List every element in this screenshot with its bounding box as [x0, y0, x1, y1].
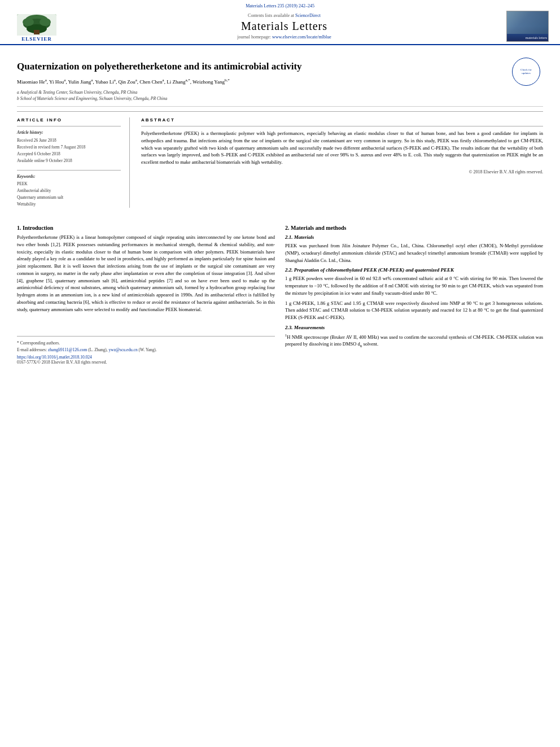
check-badge-icon: Check for updates: [512, 58, 540, 86]
check-badge-line2: updates: [522, 72, 530, 76]
intro-section-title: 1. Introduction: [17, 225, 275, 231]
homepage-url[interactable]: www.elsevier.com/locate/mlblue: [272, 34, 331, 40]
journal-homepage: journal homepage: www.elsevier.com/locat…: [68, 34, 501, 40]
elsevier-logo: ELSEVIER: [11, 11, 62, 42]
abstract-copyright: © 2018 Elsevier B.V. All rights reserved…: [141, 169, 543, 174]
abstract-text: Polyetheretherketone (PEEK) is a thermop…: [141, 130, 543, 166]
keywords-section: Keywords: PEEK Antibacterial ability Qua…: [17, 170, 121, 208]
body-right-column: 2. Materials and methods 2.1. Materials …: [285, 220, 543, 365]
materials-methods-title: 2. Materials and methods: [285, 225, 543, 231]
email1-link[interactable]: zhangli9111@126.com: [48, 347, 87, 352]
abstract-heading: ABSTRACT: [141, 117, 543, 123]
abstract-divider: [141, 126, 543, 126]
journal-banner: Materials Letters 235 (2019) 242–245: [0, 0, 560, 45]
keywords-label: Keywords:: [17, 174, 121, 179]
keywords-divider: [17, 170, 121, 171]
journal-title: Materials Letters: [68, 20, 501, 33]
subsection-22-para2: 1 g CM-PEEK, 1.86 g STAC and 1.95 g CTMA…: [285, 300, 543, 321]
svg-rect-4: [34, 30, 40, 34]
cover-title: materials letters: [508, 36, 547, 40]
cover-image-decoration: [507, 11, 548, 34]
journal-citation: Materials Letters 235 (2019) 242–245: [11, 3, 549, 8]
keyword-wettability: Wettability: [17, 201, 121, 208]
article-title-section: Quaternization on polyetheretherketone a…: [17, 52, 543, 107]
keyword-peek: PEEK: [17, 181, 121, 187]
divider: [17, 126, 121, 126]
subsection-23-text: 1H NMR spectroscope (Bruker AV II, 400 M…: [285, 333, 543, 350]
body-content: 1. Introduction Polyetheretherketone (PE…: [17, 213, 543, 365]
intro-paragraph: Polyetheretherketone (PEEK) is a linear …: [17, 234, 275, 313]
subsection-23-title: 2.3. Measurements: [285, 325, 543, 330]
subsection-22-para1: 1 g PEEK powders were dissolved in 60 ml…: [285, 275, 543, 296]
svg-point-6: [40, 18, 51, 26]
footer-copyright: 0167-577X/© 2018 Elsevier B.V. All right…: [17, 360, 275, 365]
affiliation-a: a Analytical & Testing Center, Sichuan U…: [17, 89, 506, 95]
authors-line: Miaomiao Hea, Yi Houa, Yulin Jianga, Yub…: [17, 77, 506, 86]
keyword-antibacterial: Antibacterial ability: [17, 187, 121, 194]
email2-link[interactable]: ywz@scu.edu.cn: [109, 347, 138, 352]
sciencedirect-line: Contents lists available at ScienceDirec…: [68, 13, 501, 18]
journal-header-row: ELSEVIER Contents lists available at Sci…: [11, 11, 549, 44]
email-addresses: E-mail addresses: zhangli9111@126.com (L…: [17, 347, 275, 353]
affiliations: a Analytical & Testing Center, Sichuan U…: [17, 89, 506, 102]
article-title: Quaternization on polyetheretherketone a…: [17, 60, 506, 73]
affiliation-b: b School of Materials Science and Engine…: [17, 95, 506, 102]
journal-cover-image: materials letters: [506, 11, 549, 42]
elsevier-tree-icon: [17, 14, 56, 36]
elsevier-tree-svg: [17, 14, 56, 36]
revised-date: Received in revised form 7 August 2018: [17, 144, 121, 151]
journal-center: Contents lists available at ScienceDirec…: [62, 13, 506, 40]
history-label: Article history:: [17, 130, 121, 135]
sciencedirect-link[interactable]: ScienceDirect: [295, 13, 321, 18]
abstract-column: ABSTRACT Polyetheretherketone (PEEK) is …: [141, 117, 543, 208]
page: Materials Letters 235 (2019) 242–245: [0, 0, 560, 747]
available-date: Available online 9 October 2018: [17, 158, 121, 164]
footnotes-section: * Corresponding authors. E-mail addresse…: [17, 330, 275, 353]
article-info-heading: ARTICLE INFO: [17, 117, 121, 123]
elsevier-wordmark: ELSEVIER: [21, 36, 52, 42]
accepted-date: Accepted 6 October 2018: [17, 151, 121, 158]
main-content: Quaternization on polyetheretherketone a…: [0, 45, 560, 372]
subsection-22-title: 2.2. Preparation of chloromethylated PEE…: [285, 267, 543, 273]
keyword-quat: Quaternary ammonium salt: [17, 194, 121, 201]
article-info-column: ARTICLE INFO Article history: Received 2…: [17, 117, 130, 208]
svg-point-5: [23, 18, 34, 26]
article-info-abstract-section: ARTICLE INFO Article history: Received 2…: [17, 111, 543, 213]
doi-link[interactable]: https://doi.org/10.1016/j.matlet.2018.10…: [17, 355, 92, 360]
corresponding-authors-note: * Corresponding authors.: [17, 340, 275, 346]
subsection-21-title: 2.1. Materials: [285, 234, 543, 240]
footnotes-divider: [17, 336, 275, 337]
footer-links: https://doi.org/10.1016/j.matlet.2018.10…: [17, 355, 275, 360]
check-for-updates-badge: Check for updates: [512, 58, 543, 89]
subsection-21-text: PEEK was purchased from Jilin Joinature …: [285, 242, 543, 264]
body-left-column: 1. Introduction Polyetheretherketone (PE…: [17, 220, 275, 365]
received-date: Received 26 June 2018: [17, 137, 121, 144]
